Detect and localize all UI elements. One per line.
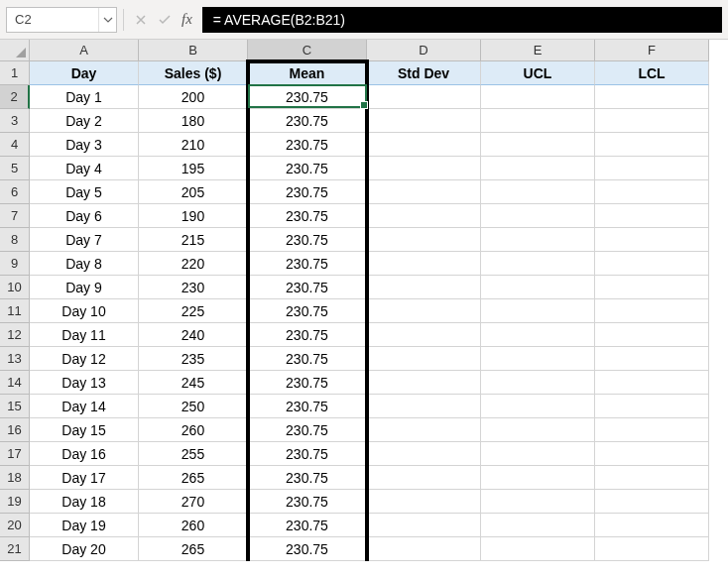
cell-B21[interactable]: 265 xyxy=(139,537,248,561)
row-header-4[interactable]: 4 xyxy=(0,133,30,157)
row-header-3[interactable]: 3 xyxy=(0,109,30,133)
cell-C21[interactable]: 230.75 xyxy=(248,537,367,561)
cell-F2[interactable] xyxy=(595,85,709,109)
column-header-A[interactable]: A xyxy=(30,40,139,61)
cell-F21[interactable] xyxy=(595,537,709,561)
cell-D17[interactable] xyxy=(367,442,481,466)
cell-C17[interactable]: 230.75 xyxy=(248,442,367,466)
cell-B15[interactable]: 250 xyxy=(139,395,248,418)
cell-F10[interactable] xyxy=(595,276,709,299)
row-header-7[interactable]: 7 xyxy=(0,204,30,228)
cell-E21[interactable] xyxy=(481,537,595,561)
cell-D6[interactable] xyxy=(367,180,481,204)
row-header-16[interactable]: 16 xyxy=(0,418,30,442)
cell-C6[interactable]: 230.75 xyxy=(248,180,367,204)
column-header-B[interactable]: B xyxy=(139,40,248,61)
cell-B12[interactable]: 240 xyxy=(139,323,248,347)
row-header-1[interactable]: 1 xyxy=(0,61,30,85)
cell-E18[interactable] xyxy=(481,466,595,490)
cell-A12[interactable]: Day 11 xyxy=(30,323,139,347)
header-cell-F[interactable]: LCL xyxy=(595,61,709,85)
cell-D15[interactable] xyxy=(367,395,481,418)
cell-A21[interactable]: Day 20 xyxy=(30,537,139,561)
header-cell-C[interactable]: Mean xyxy=(248,61,367,85)
column-header-F[interactable]: F xyxy=(595,40,709,61)
row-header-20[interactable]: 20 xyxy=(0,514,30,537)
formula-bar[interactable] xyxy=(202,7,722,33)
cell-B16[interactable]: 260 xyxy=(139,418,248,442)
cell-C7[interactable]: 230.75 xyxy=(248,204,367,228)
cell-A9[interactable]: Day 8 xyxy=(30,252,139,276)
cell-B19[interactable]: 270 xyxy=(139,490,248,514)
cell-D8[interactable] xyxy=(367,228,481,252)
cell-D3[interactable] xyxy=(367,109,481,133)
cell-B14[interactable]: 245 xyxy=(139,371,248,395)
cell-E8[interactable] xyxy=(481,228,595,252)
cell-B5[interactable]: 195 xyxy=(139,157,248,180)
cell-B7[interactable]: 190 xyxy=(139,204,248,228)
cell-D2[interactable] xyxy=(367,85,481,109)
cell-D5[interactable] xyxy=(367,157,481,180)
cell-E6[interactable] xyxy=(481,180,595,204)
cell-E15[interactable] xyxy=(481,395,595,418)
cell-A16[interactable]: Day 15 xyxy=(30,418,139,442)
cell-B20[interactable]: 260 xyxy=(139,514,248,537)
row-header-12[interactable]: 12 xyxy=(0,323,30,347)
cell-D19[interactable] xyxy=(367,490,481,514)
cell-B6[interactable]: 205 xyxy=(139,180,248,204)
cell-C19[interactable]: 230.75 xyxy=(248,490,367,514)
cell-E19[interactable] xyxy=(481,490,595,514)
cell-C12[interactable]: 230.75 xyxy=(248,323,367,347)
cell-F20[interactable] xyxy=(595,514,709,537)
cell-C3[interactable]: 230.75 xyxy=(248,109,367,133)
cell-B9[interactable]: 220 xyxy=(139,252,248,276)
cell-C2[interactable]: 230.75 xyxy=(248,85,367,109)
column-header-C[interactable]: C xyxy=(248,40,367,61)
cell-A2[interactable]: Day 1 xyxy=(30,85,139,109)
cell-B11[interactable]: 225 xyxy=(139,299,248,323)
row-header-10[interactable]: 10 xyxy=(0,276,30,299)
cell-B17[interactable]: 255 xyxy=(139,442,248,466)
cell-C16[interactable]: 230.75 xyxy=(248,418,367,442)
row-header-19[interactable]: 19 xyxy=(0,490,30,514)
cell-E4[interactable] xyxy=(481,133,595,157)
cell-E2[interactable] xyxy=(481,85,595,109)
cell-D4[interactable] xyxy=(367,133,481,157)
cell-F12[interactable] xyxy=(595,323,709,347)
cell-E12[interactable] xyxy=(481,323,595,347)
cell-F8[interactable] xyxy=(595,228,709,252)
cell-E3[interactable] xyxy=(481,109,595,133)
cell-B8[interactable]: 215 xyxy=(139,228,248,252)
cell-B4[interactable]: 210 xyxy=(139,133,248,157)
cell-F9[interactable] xyxy=(595,252,709,276)
cell-D16[interactable] xyxy=(367,418,481,442)
cell-C14[interactable]: 230.75 xyxy=(248,371,367,395)
cell-A6[interactable]: Day 5 xyxy=(30,180,139,204)
row-header-2[interactable]: 2 xyxy=(0,85,30,109)
cell-D11[interactable] xyxy=(367,299,481,323)
cell-C4[interactable]: 230.75 xyxy=(248,133,367,157)
cell-A4[interactable]: Day 3 xyxy=(30,133,139,157)
cell-E17[interactable] xyxy=(481,442,595,466)
cell-F7[interactable] xyxy=(595,204,709,228)
select-all-corner[interactable] xyxy=(0,40,30,61)
cell-F14[interactable] xyxy=(595,371,709,395)
name-box[interactable] xyxy=(7,8,98,32)
cell-D20[interactable] xyxy=(367,514,481,537)
cell-A5[interactable]: Day 4 xyxy=(30,157,139,180)
cell-A14[interactable]: Day 13 xyxy=(30,371,139,395)
cell-F6[interactable] xyxy=(595,180,709,204)
cell-A18[interactable]: Day 17 xyxy=(30,466,139,490)
row-header-5[interactable]: 5 xyxy=(0,157,30,180)
cell-C13[interactable]: 230.75 xyxy=(248,347,367,371)
row-header-13[interactable]: 13 xyxy=(0,347,30,371)
fx-button[interactable]: fx xyxy=(178,11,196,28)
cell-A10[interactable]: Day 9 xyxy=(30,276,139,299)
cell-F13[interactable] xyxy=(595,347,709,371)
cell-B13[interactable]: 235 xyxy=(139,347,248,371)
cell-E20[interactable] xyxy=(481,514,595,537)
cell-B18[interactable]: 265 xyxy=(139,466,248,490)
cell-A17[interactable]: Day 16 xyxy=(30,442,139,466)
cell-F15[interactable] xyxy=(595,395,709,418)
cell-E7[interactable] xyxy=(481,204,595,228)
